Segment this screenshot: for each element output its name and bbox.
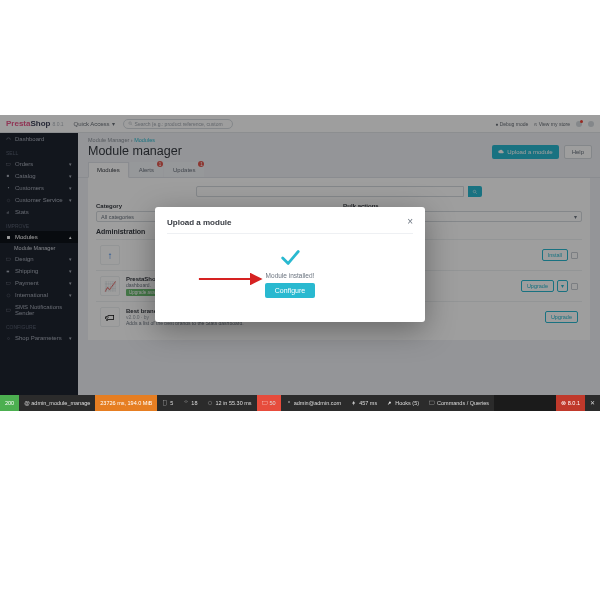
- user-icon: [286, 400, 292, 406]
- svg-point-19: [185, 401, 188, 403]
- modal-title: Upload a module: [167, 218, 231, 227]
- status-forms[interactable]: 5: [157, 395, 178, 411]
- status-code[interactable]: 200: [0, 395, 19, 411]
- configure-button[interactable]: Configure: [265, 283, 315, 298]
- upload-modal: Upload a module × Module installed! Conf…: [155, 207, 425, 322]
- wrench-icon: [387, 400, 393, 406]
- close-toolbar-icon[interactable]: ✕: [585, 395, 600, 411]
- status-cmds[interactable]: Commands / Queries: [424, 395, 494, 411]
- svg-point-20: [209, 401, 213, 405]
- mail-icon: [262, 400, 268, 406]
- clipboard-icon: [162, 400, 168, 406]
- status-cache[interactable]: 457 ms: [346, 395, 382, 411]
- terminal-icon: [429, 400, 435, 406]
- modal-message: Module installed!: [266, 272, 315, 279]
- status-timing[interactable]: 23726 ms, 194.0 MiB: [95, 395, 157, 411]
- close-icon[interactable]: ×: [407, 217, 413, 227]
- status-time[interactable]: 12 in 55.30 ms: [202, 395, 256, 411]
- svg-rect-23: [430, 401, 435, 405]
- status-mail[interactable]: 50: [257, 395, 281, 411]
- status-route[interactable]: @ admin_module_manage: [19, 395, 95, 411]
- debug-toolbar: 200 @ admin_module_manage 23726 ms, 194.…: [0, 395, 600, 411]
- bolt-icon: [351, 400, 357, 406]
- status-db[interactable]: 18: [178, 395, 202, 411]
- svg-rect-18: [164, 401, 167, 406]
- svg-rect-21: [262, 402, 267, 405]
- svg-point-22: [288, 401, 290, 403]
- clock-icon: [207, 400, 213, 406]
- check-icon: [279, 246, 301, 268]
- database-icon: [183, 400, 189, 406]
- status-user[interactable]: admin@admin.com: [281, 395, 346, 411]
- status-sf-version[interactable]: ⊗ 8.0.1: [556, 395, 585, 411]
- status-hooks[interactable]: Hooks (5): [382, 395, 424, 411]
